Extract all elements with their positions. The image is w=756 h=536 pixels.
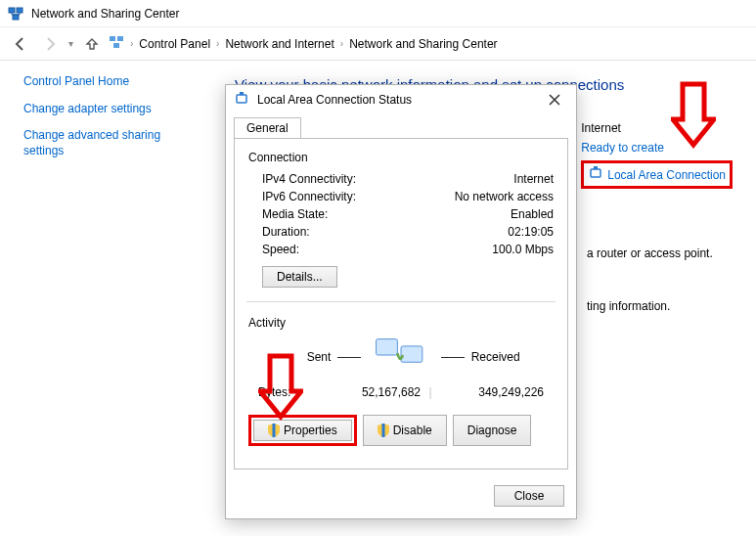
svg-rect-10 — [377, 339, 398, 355]
disable-button[interactable]: Disable — [363, 415, 447, 446]
svg-rect-3 — [110, 36, 115, 41]
svg-rect-0 — [9, 8, 15, 13]
control-panel-icon — [109, 34, 124, 53]
breadcrumb: › Control Panel › Network and Internet ›… — [109, 34, 748, 53]
activity-group-label: Activity — [248, 316, 554, 330]
sidebar-item-sharing-settings[interactable]: Change advanced sharing settings — [23, 128, 200, 158]
homegroup-link[interactable]: Ready to create — [581, 141, 733, 155]
media-state-label: Media State: — [262, 207, 328, 221]
bytes-label: Bytes: — [258, 385, 317, 399]
properties-button[interactable]: Properties — [253, 420, 352, 441]
details-button[interactable]: Details... — [262, 266, 337, 288]
svg-rect-1 — [17, 8, 22, 13]
breadcrumb-item[interactable]: Network and Sharing Center — [349, 37, 497, 51]
svg-rect-8 — [237, 95, 246, 103]
media-state-value: Enabled — [511, 207, 554, 221]
local-area-connection-link[interactable]: Local Area Connection — [607, 168, 726, 182]
nav-forward-button[interactable] — [37, 31, 63, 57]
shield-icon — [268, 424, 280, 437]
bytes-sent-value: 52,167,682 — [317, 385, 421, 399]
dialog-title-bar: Local Area Connection Status — [226, 85, 576, 114]
ethernet-icon — [588, 165, 603, 184]
partial-text: ting information. — [587, 299, 670, 313]
window-title: Network and Sharing Center — [31, 7, 179, 21]
monitors-icon — [374, 335, 428, 378]
received-label: —— Received — [441, 350, 544, 364]
nav-up-button[interactable] — [79, 31, 105, 57]
svg-rect-11 — [401, 346, 422, 362]
speed-label: Speed: — [262, 243, 299, 256]
ipv4-value: Internet — [513, 172, 554, 186]
separator — [246, 301, 556, 302]
tab-general[interactable]: General — [234, 117, 301, 139]
sidebar-item-home[interactable]: Control Panel Home — [23, 74, 200, 90]
chevron-right-icon: › — [128, 38, 135, 49]
access-type-value: Internet — [581, 121, 733, 135]
duration-label: Duration: — [262, 225, 310, 239]
duration-value: 02:19:05 — [508, 225, 554, 239]
connection-status-dialog: Local Area Connection Status General Con… — [225, 84, 577, 519]
svg-rect-4 — [117, 36, 123, 41]
connection-group-label: Connection — [248, 151, 554, 164]
svg-rect-9 — [240, 92, 244, 95]
ipv6-label: IPv6 Connectivity: — [262, 190, 356, 203]
window-title-bar: Network and Sharing Center — [0, 0, 756, 27]
partial-text: a router or access point. — [587, 246, 713, 260]
chevron-right-icon: › — [338, 38, 345, 49]
sidebar-item-adapter-settings[interactable]: Change adapter settings — [23, 102, 200, 117]
dialog-close-button[interactable] — [541, 89, 568, 111]
bytes-received-value: 349,249,226 — [440, 385, 544, 399]
svg-rect-5 — [113, 43, 119, 48]
chevron-right-icon: › — [214, 38, 221, 49]
svg-rect-7 — [594, 166, 598, 169]
ethernet-icon — [234, 91, 249, 110]
connection-link-wrap: Local Area Connection — [581, 160, 733, 189]
network-center-icon — [8, 6, 23, 22]
svg-rect-6 — [591, 169, 600, 177]
dialog-title: Local Area Connection Status — [257, 93, 412, 107]
shield-icon — [378, 424, 389, 437]
tab-strip: General — [226, 114, 576, 138]
svg-rect-2 — [13, 15, 19, 20]
nav-history-dropdown[interactable]: ▾ — [67, 38, 75, 49]
navigation-bar: ▾ › Control Panel › Network and Internet… — [0, 27, 756, 61]
nav-back-button[interactable] — [8, 31, 33, 57]
speed-value: 100.0 Mbps — [492, 243, 554, 256]
ipv4-label: IPv4 Connectivity: — [262, 172, 356, 186]
breadcrumb-item[interactable]: Control Panel — [139, 37, 210, 51]
breadcrumb-item[interactable]: Network and Internet — [225, 37, 334, 51]
activity-grid: Sent —— —— Received Bytes: 52,167,682 | … — [248, 335, 554, 399]
ipv6-value: No network access — [455, 190, 554, 203]
close-button[interactable]: Close — [494, 485, 564, 507]
diagnose-button[interactable]: Diagnose — [453, 415, 532, 446]
sent-label: Sent —— — [258, 350, 361, 364]
tab-panel-general: Connection IPv4 Connectivity:Internet IP… — [234, 138, 568, 469]
sidebar: Control Panel Home Change adapter settin… — [0, 61, 205, 536]
